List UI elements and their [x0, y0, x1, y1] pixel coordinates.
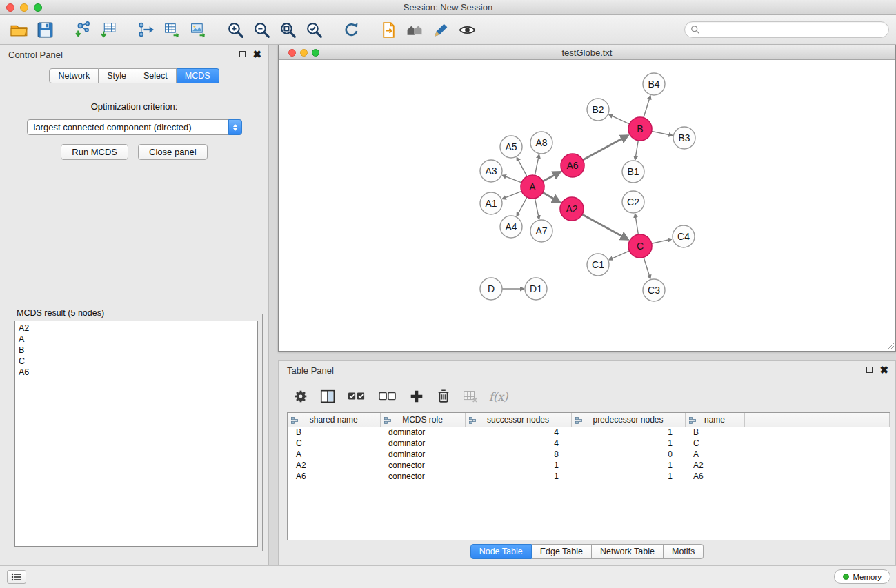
table-cell[interactable]: 1	[465, 460, 571, 471]
table-cell[interactable]: 4	[465, 438, 571, 449]
node-A5[interactable]: A5	[500, 136, 522, 158]
network-canvas[interactable]: B4B2BB3B1A5A8A6A3AA1A2C2A4A7C4CC1C3DD1	[279, 60, 895, 351]
node-C4[interactable]: C4	[673, 225, 695, 247]
node-D1[interactable]: D1	[525, 278, 547, 300]
node-A8[interactable]: A8	[530, 132, 552, 154]
edge-C-C4[interactable]	[652, 239, 672, 243]
run-mcds-button[interactable]: Run MCDS	[61, 144, 128, 160]
minimize-window-button[interactable]	[20, 3, 28, 12]
open-network-file-button[interactable]	[375, 18, 401, 41]
node-B4[interactable]: B4	[643, 73, 665, 95]
show-columns-button[interactable]	[319, 388, 336, 405]
save-session-button[interactable]	[32, 18, 58, 41]
table-row[interactable]: Adominator80A	[288, 449, 890, 460]
import-network-button[interactable]	[69, 18, 95, 41]
zoom-window-button[interactable]	[34, 3, 42, 12]
result-item[interactable]: B	[19, 345, 254, 356]
tab-mcds[interactable]: MCDS	[177, 68, 219, 83]
result-item[interactable]: A6	[19, 367, 254, 378]
tab-network[interactable]: Network	[49, 68, 99, 83]
table-cell[interactable]: A2	[288, 460, 380, 471]
edge-C-C1[interactable]	[609, 251, 629, 260]
float-table-panel-icon[interactable]	[866, 367, 873, 373]
table-row[interactable]: Bdominator41B	[288, 427, 890, 438]
column-header-successor-nodes[interactable]: successor nodes	[465, 413, 571, 427]
column-header-shared-name[interactable]: shared name	[288, 413, 380, 427]
edge-C-C2[interactable]	[635, 214, 639, 235]
select-all-button[interactable]	[346, 388, 367, 405]
apply-style-button[interactable]	[428, 18, 454, 41]
edge-B-B1[interactable]	[635, 141, 639, 160]
table-tab-motifs[interactable]: Motifs	[664, 544, 704, 559]
zoom-out-button[interactable]	[248, 18, 275, 41]
edge-A-A8[interactable]	[535, 155, 539, 176]
result-item[interactable]: A2	[19, 323, 254, 334]
table-cell[interactable]: 1	[571, 460, 685, 471]
edge-A-A1[interactable]	[503, 191, 522, 199]
create-column-button[interactable]	[408, 388, 425, 405]
node-A3[interactable]: A3	[480, 160, 502, 182]
mcds-result-list[interactable]: A2ABCA6	[14, 321, 258, 547]
node-A6[interactable]: A6	[561, 154, 584, 177]
deselect-all-button[interactable]	[377, 388, 398, 405]
node-B1[interactable]: B1	[622, 161, 644, 183]
table-cell[interactable]: B	[685, 427, 744, 438]
edge-A-A4[interactable]	[517, 197, 527, 216]
table-cell[interactable]: connector	[380, 471, 465, 482]
table-cell[interactable]: C	[685, 438, 744, 449]
float-panel-icon[interactable]	[239, 51, 246, 57]
column-header-predecessor-nodes[interactable]: predecessor nodes	[571, 413, 685, 427]
table-cell[interactable]: 1	[465, 471, 571, 482]
table-cell[interactable]: dominator	[380, 427, 465, 438]
table-cell[interactable]: C	[288, 438, 380, 449]
network-zoom-button[interactable]	[312, 49, 319, 57]
table-row[interactable]: Cdominator41C	[288, 438, 890, 449]
network-close-button[interactable]	[288, 49, 296, 57]
table-tab-edge-table[interactable]: Edge Table	[532, 544, 592, 559]
table-cell[interactable]: 4	[465, 427, 571, 438]
node-A[interactable]: A	[521, 175, 544, 199]
node-C3[interactable]: C3	[643, 279, 665, 301]
network-minimize-button[interactable]	[300, 49, 308, 57]
show-graphics-details-button[interactable]	[454, 18, 480, 41]
node-C[interactable]: C	[628, 234, 652, 258]
result-item[interactable]: A	[19, 334, 254, 345]
node-A1[interactable]: A1	[480, 192, 502, 214]
table-row[interactable]: A6connector11A6	[288, 471, 890, 482]
table-cell[interactable]: A	[685, 449, 744, 460]
edge-A2-C[interactable]	[582, 214, 628, 239]
table-cell[interactable]: connector	[380, 460, 465, 471]
column-header-name[interactable]: name	[685, 413, 744, 427]
table-tab-network-table[interactable]: Network Table	[592, 544, 664, 559]
export-table-button[interactable]	[159, 18, 185, 41]
table-cell[interactable]: 0	[571, 449, 685, 460]
table-cell[interactable]: B	[288, 427, 380, 438]
edge-B-B2[interactable]	[609, 114, 629, 124]
result-item[interactable]: C	[19, 356, 254, 367]
open-session-button[interactable]	[6, 18, 32, 41]
table-settings-button[interactable]	[292, 388, 309, 405]
edge-B-B3[interactable]	[652, 131, 673, 135]
table-cell[interactable]: 1	[571, 438, 685, 449]
node-A7[interactable]: A7	[530, 220, 552, 242]
network-overview-button[interactable]	[401, 18, 428, 41]
table-tab-node-table[interactable]: Node Table	[470, 544, 532, 559]
zoom-in-button[interactable]	[222, 18, 248, 41]
table-cell[interactable]: 8	[465, 449, 571, 460]
close-panel-button[interactable]: Close panel	[138, 144, 208, 160]
column-header-MCDS-role[interactable]: MCDS role	[380, 413, 465, 427]
node-C1[interactable]: C1	[587, 254, 609, 276]
edge-A-A5[interactable]	[517, 158, 527, 176]
table-row[interactable]: A2connector11A2	[288, 460, 890, 471]
zoom-fit-button[interactable]	[275, 18, 301, 41]
node-B2[interactable]: B2	[587, 99, 609, 121]
close-panel-icon[interactable]: ✖	[252, 50, 261, 58]
delete-column-button[interactable]	[435, 388, 452, 405]
table-cell[interactable]: A6	[288, 471, 380, 482]
node-D[interactable]: D	[480, 278, 502, 300]
function-builder-button[interactable]: f(x)	[489, 390, 508, 403]
tab-style[interactable]: Style	[99, 68, 135, 83]
table-cell[interactable]: A2	[685, 460, 744, 471]
memory-button[interactable]: Memory	[834, 569, 890, 584]
import-table-button[interactable]	[95, 18, 121, 41]
